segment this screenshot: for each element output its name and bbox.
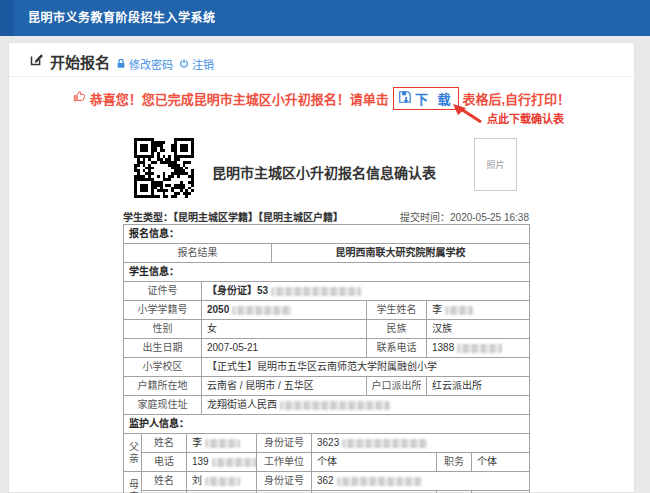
confirmation-form: 报名信息： 报名结果 昆明西南联大研究院附属学校 学生信息： 证件号 【身份证】… — [123, 224, 529, 493]
police-label: 户口派出所 — [367, 377, 427, 396]
mother-name-label: 姓名 — [142, 472, 187, 491]
section-guardian-info: 监护人信息： — [124, 415, 530, 434]
redacted-value — [212, 458, 257, 467]
power-icon — [179, 58, 189, 71]
father-phone-value: 139 — [187, 453, 257, 472]
redacted-value — [337, 477, 422, 486]
student-type-label: 学生类型：【昆明主城区学籍】【昆明主城区户籍】 — [123, 209, 343, 224]
edit-icon — [29, 52, 44, 71]
annotation-text: 点此下载确认表 — [487, 110, 564, 126]
redacted-value — [280, 401, 390, 410]
id-value: 【身份证】53 — [202, 282, 530, 301]
father-title-value: 个体 — [472, 453, 530, 472]
congrats-message: 恭喜您！您已完成昆明市主城区小升初报名！请单击 下 载 表格后,自行打印！ — [9, 87, 634, 110]
gender-value: 女 — [202, 320, 367, 339]
redacted-value — [457, 344, 502, 353]
enroll-info-table: 报名信息： 报名结果 昆明西南联大研究院附属学校 — [123, 224, 530, 263]
redacted-value — [205, 477, 240, 486]
lock-icon — [116, 58, 126, 71]
download-label: 下 载 — [415, 89, 454, 108]
congrats-text-before: 恭喜您！您已完成昆明市主城区小升初报名！请单击 — [90, 89, 389, 108]
police-value: 红云派出所 — [427, 377, 530, 396]
mother-id-value: 362 — [312, 472, 530, 491]
address-value: 龙翔街道人民西 — [202, 396, 530, 415]
thumbs-up-icon — [73, 90, 86, 106]
guardian-info-table: 监护人信息： 父亲 姓名 李 身份证号 3623 电话 139 工作单位 个体 … — [123, 414, 530, 493]
change-password-link[interactable]: 修改密码 — [116, 56, 173, 72]
xuejihao-label: 小学学籍号 — [124, 301, 202, 320]
submit-time-label: 提交时间：2020-05-25 16:38 — [400, 209, 529, 224]
mother-id-label: 身份证号 — [257, 472, 312, 491]
ethnic-label: 民族 — [367, 320, 427, 339]
redacted-value — [342, 439, 427, 448]
photo-label: 照片 — [486, 158, 504, 171]
student-info-table: 学生信息： 证件号 【身份证】53 小学学籍号 2050 学生姓名 李 性别 女… — [123, 262, 530, 415]
photo-placeholder: 照片 — [474, 138, 517, 191]
father-id-label: 身份证号 — [257, 434, 312, 453]
father-work-label: 工作单位 — [257, 453, 312, 472]
result-value: 昆明西南联大研究院附属学校 — [272, 244, 530, 263]
logout-link[interactable]: 注销 — [179, 56, 214, 72]
student-name-value: 李 — [427, 301, 530, 320]
contact-phone-value: 1388 — [427, 339, 530, 358]
father-work-value: 个体 — [312, 453, 437, 472]
redacted-value — [271, 287, 361, 296]
id-label: 证件号 — [124, 282, 202, 301]
header-divider — [9, 76, 634, 77]
father-label: 父亲 — [124, 434, 142, 472]
xuejihao-value: 2050 — [202, 301, 367, 320]
school-value: 【正式生】昆明市五华区云南师范大学附属融创小学 — [202, 358, 530, 377]
father-name-value: 李 — [187, 434, 257, 453]
contact-phone-label: 联系电话 — [367, 339, 427, 358]
app-title: 昆明市义务教育阶段招生入学系统 — [28, 0, 216, 36]
father-phone-label: 电话 — [142, 453, 187, 472]
app-logo-strip — [0, 0, 14, 36]
redacted-value — [205, 439, 240, 448]
hukou-value: 云南省 / 昆明市 / 五华区 — [202, 377, 367, 396]
ethnic-value: 汉族 — [427, 320, 530, 339]
result-label: 报名结果 — [124, 244, 272, 263]
save-download-icon — [398, 90, 412, 107]
dob-label: 出生日期 — [124, 339, 202, 358]
section-enroll-info: 报名信息： — [124, 225, 530, 244]
gender-label: 性别 — [124, 320, 202, 339]
mother-name-value: 刘 — [187, 472, 257, 491]
page-title-wrap: 开始报名 — [29, 51, 110, 72]
redacted-value — [445, 306, 473, 315]
section-student-info: 学生信息： — [124, 263, 530, 282]
address-label: 家庭现住址 — [124, 396, 202, 415]
redacted-value — [232, 306, 292, 315]
father-title-label: 职务 — [437, 453, 472, 472]
mother-label: 母亲 — [124, 472, 142, 493]
logout-label: 注销 — [192, 56, 214, 72]
hukou-label: 户籍所在地 — [124, 377, 202, 396]
change-password-label: 修改密码 — [129, 56, 173, 72]
download-button[interactable]: 下 载 — [393, 87, 459, 110]
main-card: 开始报名 修改密码 注销 恭喜您！您已完成昆明市主城区小升初报名！请单击 下 载… — [8, 42, 635, 493]
annotation-arrow-icon — [453, 104, 485, 128]
father-name-label: 姓名 — [142, 434, 187, 453]
student-name-label: 学生姓名 — [367, 301, 427, 320]
document-title: 昆明市主城区小升初报名信息确认表 — [194, 162, 454, 182]
document-meta: 学生类型：【昆明主城区学籍】【昆明主城区户籍】 提交时间：2020-05-25 … — [123, 209, 529, 224]
school-label: 小学校区 — [124, 358, 202, 377]
dob-value: 2007-05-21 — [202, 339, 367, 358]
app-header: 昆明市义务教育阶段招生入学系统 — [0, 0, 650, 36]
page-title: 开始报名 — [50, 51, 110, 72]
father-id-value: 3623 — [312, 434, 530, 453]
qr-code — [134, 138, 194, 198]
card-header: 开始报名 修改密码 注销 — [9, 43, 634, 76]
